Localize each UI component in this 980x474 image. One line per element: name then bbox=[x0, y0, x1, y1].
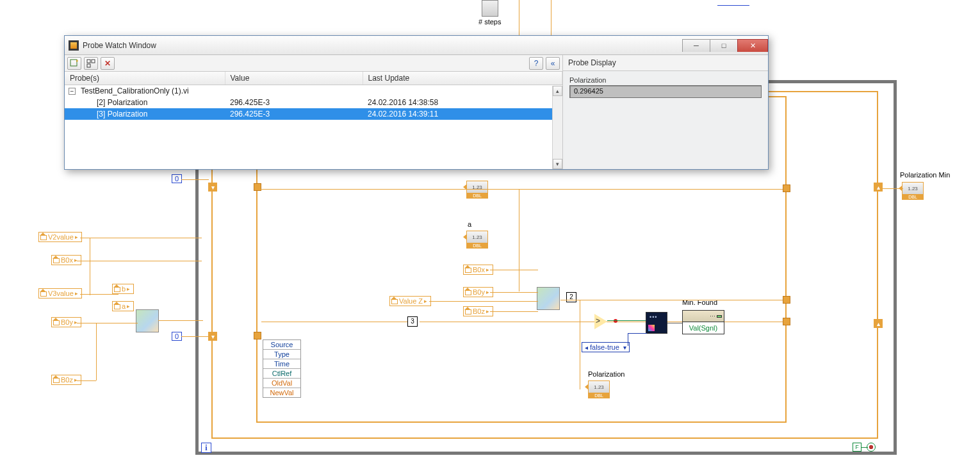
local-v3value-label: V3value bbox=[48, 290, 74, 297]
svg-rect-4 bbox=[92, 60, 95, 63]
polarization-min-label: Polarization Min bbox=[900, 171, 950, 179]
shift-register-right-1: ▴ bbox=[874, 183, 883, 192]
local-a[interactable]: a▸ bbox=[112, 301, 134, 311]
b-indicator-icon[interactable]: 1.23DBL bbox=[466, 181, 489, 200]
probe-row-value: 296.425E-3 bbox=[225, 97, 363, 108]
tunnel-left-1 bbox=[254, 183, 261, 191]
local-valuez[interactable]: Value Z▸ bbox=[389, 296, 431, 306]
unbundle-type: Type bbox=[263, 350, 300, 359]
app-icon bbox=[69, 40, 79, 51]
arrange-icon bbox=[86, 59, 95, 68]
svg-rect-0 bbox=[70, 60, 77, 66]
probe-list-panel: ✕ ? « Probe(s) Value Last Update bbox=[65, 55, 563, 169]
a-indicator-icon[interactable]: 1.23DBL bbox=[466, 231, 489, 250]
probe-watch-window[interactable]: Probe Watch Window ─ □ ✕ ✕ ? « bbox=[64, 35, 769, 170]
polarization-indicator-icon[interactable]: 1.23DBL bbox=[588, 380, 611, 400]
local-b0y-2[interactable]: B0y▸ bbox=[463, 287, 493, 297]
zero-constant-1[interactable]: 0 bbox=[172, 174, 182, 183]
tunnel-right-1 bbox=[783, 184, 790, 192]
probe-group-name: TestBend_CalibrationOnly (1).vi bbox=[81, 86, 189, 95]
subvi-left-icon[interactable] bbox=[136, 309, 159, 332]
col-value[interactable]: Value bbox=[225, 72, 363, 85]
new-probe-icon bbox=[70, 59, 79, 68]
probe-row-selected[interactable]: [3] Polarization 296.425E-3 24.02.2016 1… bbox=[65, 108, 562, 120]
tunnel-left-2 bbox=[254, 332, 261, 339]
tunnel-right-3 bbox=[783, 318, 790, 325]
shift-register-left-1: ▾ bbox=[208, 183, 217, 192]
probe-2-marker[interactable]: 2 bbox=[566, 292, 576, 302]
scroll-up-icon[interactable]: ▴ bbox=[553, 86, 562, 96]
svg-rect-3 bbox=[87, 60, 90, 63]
local-b0x[interactable]: B0x▸ bbox=[51, 255, 81, 265]
local-b0y[interactable]: B0y▸ bbox=[51, 317, 81, 327]
probe-row-update: 24.02.2016 14:38:58 bbox=[363, 97, 562, 108]
polarization-min-indicator-icon[interactable]: 1.23DBL bbox=[902, 182, 925, 201]
col-last-update[interactable]: Last Update bbox=[363, 72, 562, 85]
probe-row[interactable]: [2] Polarization 296.425E-3 24.02.2016 1… bbox=[65, 97, 562, 108]
local-v2value[interactable]: V2value▸ bbox=[38, 232, 82, 242]
unbundle-ctlref: CtlRef bbox=[263, 369, 300, 379]
arrange-button[interactable] bbox=[84, 57, 98, 70]
local-a-label: a bbox=[122, 302, 126, 310]
minimize-button[interactable]: ─ bbox=[682, 39, 710, 52]
scroll-down-icon[interactable]: ▾ bbox=[553, 159, 562, 169]
local-valuez-label: Value Z bbox=[399, 297, 423, 305]
maximize-button[interactable]: □ bbox=[710, 39, 738, 52]
event-generate-subvi-icon[interactable] bbox=[646, 312, 667, 334]
unbundle-newval: NewVal bbox=[263, 388, 300, 397]
property-node[interactable]: ⋯ Val(Sgnl) bbox=[682, 310, 724, 334]
ring-constant-label: false-true bbox=[590, 343, 619, 351]
greater-than-icon[interactable] bbox=[594, 314, 607, 329]
probe-row-name: [2] Polarization bbox=[65, 97, 225, 108]
local-b0y-2-label: B0y bbox=[473, 288, 485, 296]
local-b-label: b bbox=[122, 285, 126, 293]
local-b0z-2-label: B0z bbox=[473, 307, 485, 315]
false-constant[interactable]: F bbox=[853, 443, 862, 452]
zero-constant-2[interactable]: 0 bbox=[172, 332, 182, 341]
probe-3-marker[interactable]: 3 bbox=[407, 316, 418, 327]
local-b0y-label: B0y bbox=[61, 318, 73, 326]
close-button[interactable]: ✕ bbox=[737, 39, 768, 52]
titlebar[interactable]: Probe Watch Window ─ □ ✕ bbox=[65, 36, 768, 55]
subvi-right-icon[interactable] bbox=[537, 287, 560, 310]
probe-row-update: 24.02.2016 14:39:11 bbox=[363, 108, 562, 120]
local-b0z-label: B0z bbox=[61, 376, 73, 384]
unbundle-oldval: OldVal bbox=[263, 379, 300, 388]
delete-button[interactable]: ✕ bbox=[101, 57, 115, 70]
shift-register-right-2: ▴ bbox=[874, 319, 883, 328]
iteration-terminal: i bbox=[201, 443, 211, 453]
toolbar: ✕ ? « bbox=[65, 55, 562, 72]
probe-group-row[interactable]: −TestBend_CalibrationOnly (1).vi bbox=[65, 85, 562, 97]
probe-table[interactable]: Probe(s) Value Last Update −TestBend_Cal… bbox=[65, 72, 562, 169]
svg-rect-5 bbox=[87, 64, 90, 67]
probe-display-panel: Probe Display Polarization 0.296425 bbox=[563, 55, 768, 169]
local-b0z[interactable]: B0z▸ bbox=[51, 375, 81, 385]
probe-display-value: 0.296425 bbox=[569, 85, 762, 98]
probe-display-label: Polarization bbox=[569, 76, 762, 84]
local-b0x-2-label: B0x bbox=[473, 266, 485, 274]
local-b0x-2[interactable]: B0x▸ bbox=[463, 265, 493, 275]
col-probes[interactable]: Probe(s) bbox=[65, 72, 225, 85]
collapse-icon[interactable]: − bbox=[69, 88, 76, 95]
collapse-panel-button[interactable]: « bbox=[546, 57, 560, 70]
probe-row-name: [3] Polarization bbox=[65, 108, 225, 120]
new-probe-button[interactable] bbox=[67, 57, 81, 70]
steps-label: # steps bbox=[478, 18, 501, 26]
local-v3value[interactable]: V3value▸ bbox=[38, 288, 82, 298]
ring-constant-false-true[interactable]: false-true bbox=[582, 342, 630, 352]
window-title: Probe Watch Window bbox=[83, 41, 683, 50]
shift-register-left-2: ▾ bbox=[208, 332, 217, 341]
unbundle-cluster[interactable]: Source Type Time CtlRef OldVal NewVal bbox=[263, 339, 301, 398]
help-button[interactable]: ? bbox=[529, 57, 543, 70]
property-node-value: Val(Sgnl) bbox=[683, 322, 724, 334]
tunnel-right-2 bbox=[783, 296, 790, 304]
local-b[interactable]: b▸ bbox=[112, 284, 134, 294]
local-b0z-2[interactable]: B0z▸ bbox=[463, 306, 493, 316]
a-label: a bbox=[468, 220, 471, 228]
stop-terminal-icon bbox=[867, 443, 876, 452]
probe-row-value: 296.425E-3 bbox=[225, 108, 363, 120]
coercion-dot-icon bbox=[614, 319, 617, 323]
scrollbar[interactable]: ▴ ▾ bbox=[552, 86, 562, 169]
probe-display-header: Probe Display bbox=[563, 55, 768, 71]
unbundle-source: Source bbox=[263, 340, 300, 350]
